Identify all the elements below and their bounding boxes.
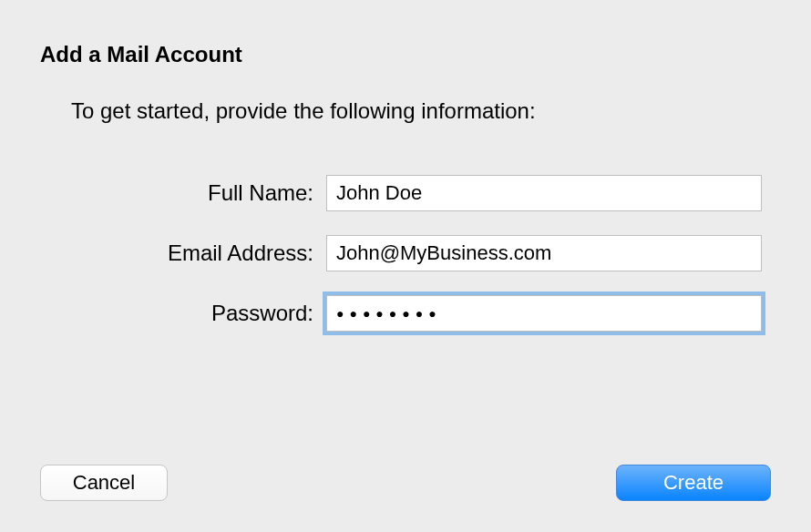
button-bar: Cancel Create [40, 465, 771, 501]
add-mail-account-dialog: Add a Mail Account To get started, provi… [0, 0, 811, 532]
password-row: Password: ●●●●●●●● [40, 295, 771, 332]
full-name-input[interactable] [326, 175, 762, 211]
full-name-row: Full Name: [40, 175, 771, 211]
email-label: Email Address: [40, 240, 326, 266]
full-name-label: Full Name: [40, 180, 326, 206]
cancel-button[interactable]: Cancel [40, 465, 168, 501]
create-button[interactable]: Create [616, 465, 771, 501]
password-label: Password: [40, 301, 326, 326]
email-input[interactable] [326, 235, 762, 271]
dialog-title: Add a Mail Account [40, 42, 771, 67]
email-row: Email Address: [40, 235, 771, 271]
password-input[interactable]: ●●●●●●●● [326, 295, 762, 332]
dialog-instruction: To get started, provide the following in… [71, 98, 771, 124]
